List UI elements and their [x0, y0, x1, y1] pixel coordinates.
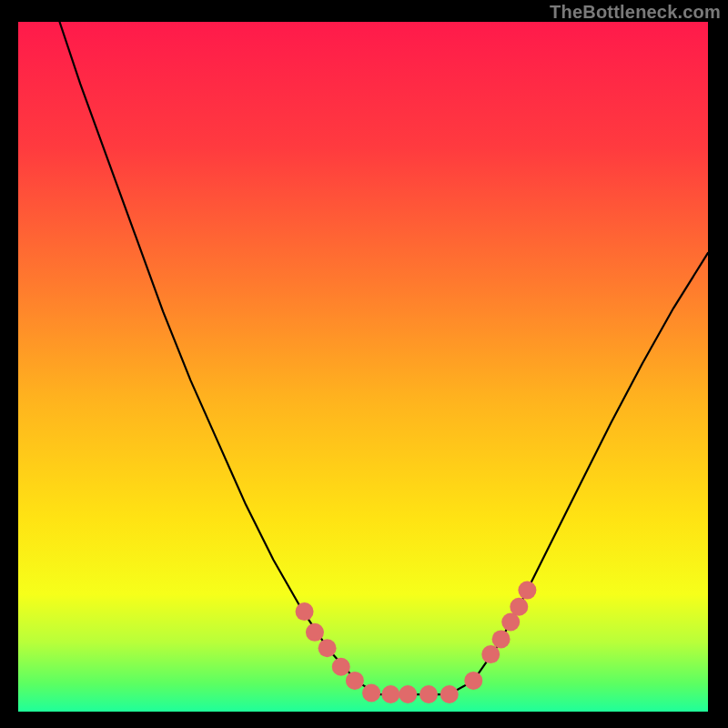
- chart-marker: [362, 684, 380, 703]
- chart-marker: [510, 598, 528, 616]
- chart-marker: [518, 581, 536, 600]
- chart-marker: [332, 658, 350, 676]
- chart-background: [18, 22, 708, 712]
- app-frame: TheBottleneck.com: [0, 0, 728, 728]
- chart-marker: [440, 685, 459, 703]
- chart-marker: [381, 685, 399, 703]
- chart-marker: [306, 623, 324, 642]
- watermark-label: TheBottleneck.com: [550, 2, 721, 23]
- chart-svg: [18, 22, 708, 712]
- chart-marker: [296, 602, 314, 621]
- chart-marker: [492, 630, 511, 648]
- chart-marker: [420, 685, 438, 703]
- chart-marker: [318, 639, 337, 657]
- chart-plot-area: [18, 22, 708, 712]
- chart-marker: [346, 672, 364, 690]
- chart-marker: [464, 672, 482, 690]
- chart-marker: [399, 685, 417, 703]
- chart-marker: [481, 645, 500, 663]
